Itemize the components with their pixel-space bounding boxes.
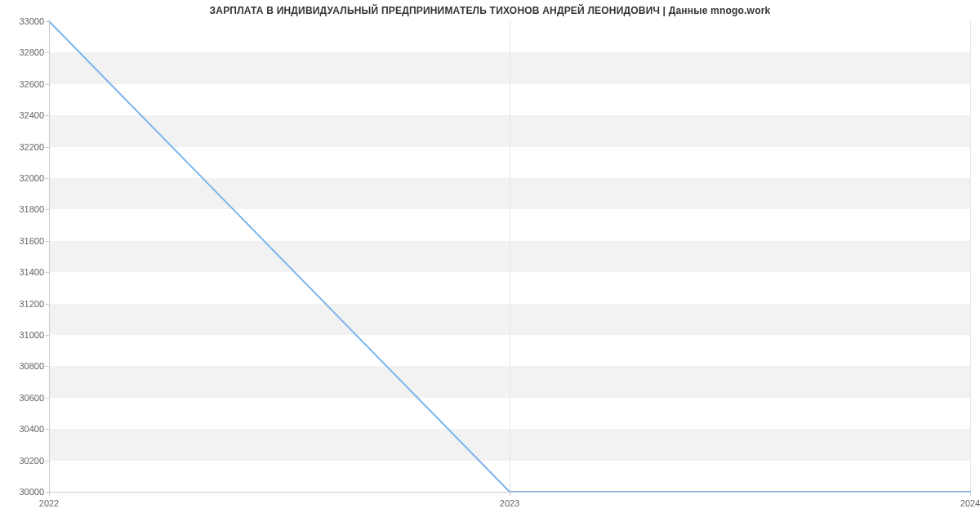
y-tick-mark	[45, 209, 49, 210]
y-tick-mark	[45, 84, 49, 85]
y-tick-mark	[45, 304, 49, 305]
y-tick-mark	[45, 52, 49, 53]
plot-area	[49, 21, 970, 492]
x-tick-label: 2024	[960, 498, 980, 508]
y-tick-mark	[45, 147, 49, 148]
series-line	[49, 21, 970, 492]
y-tick-mark	[45, 366, 49, 367]
chart-title: ЗАРПЛАТА В ИНДИВИДУАЛЬНЫЙ ПРЕДПРИНИМАТЕЛ…	[0, 5, 980, 16]
chart-container: ЗАРПЛАТА В ИНДИВИДУАЛЬНЫЙ ПРЕДПРИНИМАТЕЛ…	[0, 0, 980, 531]
y-tick-label: 33000	[3, 16, 44, 26]
line-series	[49, 21, 970, 492]
y-tick-label: 30600	[3, 393, 44, 403]
y-tick-label: 30200	[3, 456, 44, 466]
x-tick-mark	[49, 492, 50, 496]
y-tick-mark	[45, 115, 49, 116]
y-tick-label: 30800	[3, 361, 44, 371]
y-tick-mark	[45, 241, 49, 242]
y-tick-mark	[45, 178, 49, 179]
y-tick-label: 31200	[3, 299, 44, 309]
y-tick-label: 31600	[3, 236, 44, 246]
y-tick-label: 32800	[3, 47, 44, 57]
x-tick-mark	[970, 492, 971, 496]
y-tick-label: 32000	[3, 173, 44, 183]
y-tick-label: 31000	[3, 330, 44, 340]
x-tick-label: 2023	[500, 498, 519, 508]
y-tick-mark	[45, 398, 49, 399]
y-tick-mark	[45, 429, 49, 430]
y-tick-label: 30400	[3, 424, 44, 434]
y-tick-label: 32200	[3, 142, 44, 152]
y-tick-mark	[45, 21, 49, 22]
y-tick-label: 31400	[3, 267, 44, 277]
y-tick-label: 30000	[3, 487, 44, 497]
y-tick-mark	[45, 272, 49, 273]
y-axis-line	[49, 21, 50, 492]
y-tick-label: 31800	[3, 204, 44, 214]
y-tick-mark	[45, 335, 49, 336]
y-tick-label: 32400	[3, 110, 44, 120]
x-grid-line	[970, 21, 971, 492]
x-tick-mark	[510, 492, 510, 496]
y-tick-label: 32600	[3, 79, 44, 89]
y-tick-mark	[45, 461, 49, 462]
x-tick-label: 2022	[39, 498, 59, 508]
